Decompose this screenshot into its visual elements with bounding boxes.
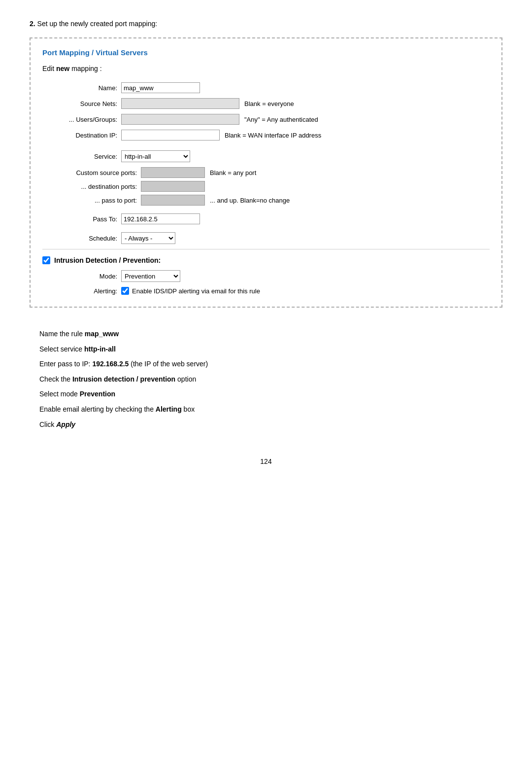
step-number: 2. bbox=[30, 20, 35, 28]
instruction-6-bold: Alerting bbox=[156, 405, 182, 413]
instruction-3-bold: 192.168.2.5 bbox=[92, 360, 129, 368]
instruction-1: Name the rule map_www bbox=[39, 327, 493, 341]
ids-header: Intrusion Detection / Prevention: bbox=[42, 256, 490, 264]
pass-to-port-label: ... pass to port: bbox=[42, 197, 141, 204]
panel-title: Port Mapping / Virtual Servers bbox=[42, 48, 490, 57]
name-input[interactable] bbox=[121, 82, 200, 93]
pass-to-port-input[interactable] bbox=[141, 195, 205, 206]
name-row: Name: bbox=[42, 82, 490, 93]
edit-header: Edit new mapping : bbox=[42, 65, 490, 72]
schedule-label: Schedule: bbox=[42, 235, 121, 242]
destination-ip-row: Destination IP: Blank = WAN interface IP… bbox=[42, 130, 490, 140]
ids-title: Intrusion Detection / Prevention: bbox=[54, 256, 161, 264]
alerting-text: Enable IDS/IDP alerting via email for th… bbox=[132, 287, 260, 295]
instruction-3: Enter pass to IP: 192.168.2.5 (the IP of… bbox=[39, 357, 493, 371]
edit-suffix: mapping : bbox=[69, 65, 101, 72]
source-nets-input[interactable] bbox=[121, 98, 239, 109]
custom-source-ports-row: Custom source ports: Blank = any port bbox=[42, 167, 490, 178]
pass-to-input[interactable] bbox=[121, 213, 200, 224]
alerting-row: Alerting: Enable IDS/IDP alerting via em… bbox=[42, 287, 490, 295]
edit-label: Edit bbox=[42, 65, 56, 72]
ids-checkbox[interactable] bbox=[42, 256, 50, 264]
source-nets-row: Source Nets: Blank = everyone bbox=[42, 98, 490, 109]
users-groups-label: ... Users/Groups: bbox=[42, 116, 121, 123]
service-label: Service: bbox=[42, 153, 121, 160]
destination-ip-label: Destination IP: bbox=[42, 132, 121, 139]
instructions: Name the rule map_www Select service htt… bbox=[30, 322, 502, 438]
step-header: 2. Set up the newly created port mapping… bbox=[30, 20, 502, 28]
alerting-checkbox[interactable] bbox=[121, 287, 129, 295]
schedule-row: Schedule: - Always - bbox=[42, 232, 490, 244]
name-label: Name: bbox=[42, 84, 121, 92]
instruction-5-bold: Prevention bbox=[80, 390, 115, 398]
instruction-4: Check the Intrusion detection / preventi… bbox=[39, 373, 493, 386]
alerting-label: Alerting: bbox=[42, 287, 121, 295]
step-text: Set up the newly created port mapping: bbox=[37, 20, 158, 28]
users-groups-hint: "Any" = Any authenticated bbox=[244, 116, 318, 123]
instruction-7: Click Apply bbox=[39, 418, 493, 431]
schedule-select[interactable]: - Always - bbox=[121, 232, 175, 244]
instruction-4-bold: Intrusion detection / prevention bbox=[72, 375, 175, 383]
instruction-7-bold: Apply bbox=[56, 421, 75, 428]
service-select[interactable]: http-in-all bbox=[121, 150, 190, 162]
destination-ports-input[interactable] bbox=[141, 181, 205, 192]
instruction-1-bold: map_www bbox=[85, 330, 119, 338]
port-mapping-panel: Port Mapping / Virtual Servers Edit new … bbox=[30, 37, 502, 308]
instruction-2-bold: http-in-all bbox=[84, 345, 116, 353]
destination-ip-hint: Blank = WAN interface IP address bbox=[225, 132, 321, 139]
mode-label: Mode: bbox=[42, 273, 121, 280]
pass-to-port-row: ... pass to port: ... and up. Blank=no c… bbox=[42, 195, 490, 206]
instruction-5: Select mode Prevention bbox=[39, 387, 493, 401]
ids-section: Intrusion Detection / Prevention: Mode: … bbox=[42, 249, 490, 295]
custom-source-ports-hint: Blank = any port bbox=[210, 169, 256, 176]
users-groups-input[interactable] bbox=[121, 114, 239, 125]
custom-source-ports-input[interactable] bbox=[141, 167, 205, 178]
source-nets-hint: Blank = everyone bbox=[244, 100, 294, 107]
pass-to-label: Pass To: bbox=[42, 215, 121, 223]
instruction-6: Enable email alerting by checking the Al… bbox=[39, 403, 493, 416]
instruction-2: Select service http-in-all bbox=[39, 343, 493, 356]
mode-row: Mode: Prevention Detection bbox=[42, 270, 490, 282]
page-number: 124 bbox=[30, 457, 502, 465]
service-row: Service: http-in-all bbox=[42, 150, 490, 162]
source-nets-label: Source Nets: bbox=[42, 100, 121, 107]
custom-source-ports-label: Custom source ports: bbox=[42, 169, 141, 176]
pass-to-port-hint: ... and up. Blank=no change bbox=[210, 197, 290, 204]
destination-ip-input[interactable] bbox=[121, 130, 220, 140]
destination-ports-label: ... destination ports: bbox=[42, 183, 141, 190]
users-groups-row: ... Users/Groups: "Any" = Any authentica… bbox=[42, 114, 490, 125]
edit-bold: new bbox=[56, 65, 69, 72]
mode-select[interactable]: Prevention Detection bbox=[121, 270, 180, 282]
destination-ports-row: ... destination ports: bbox=[42, 181, 490, 192]
pass-to-row: Pass To: bbox=[42, 213, 490, 224]
